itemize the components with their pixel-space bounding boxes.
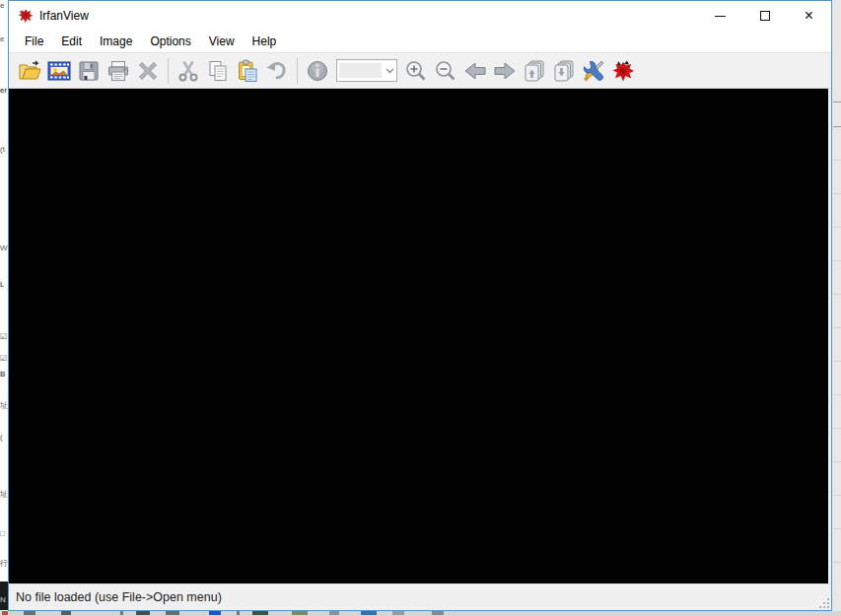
close-button[interactable]: × (787, 1, 831, 31)
window-title: IrfanView (39, 9, 89, 23)
maximize-button[interactable] (742, 1, 787, 31)
menu-options[interactable]: Options (141, 32, 199, 51)
properties-button[interactable] (579, 56, 608, 85)
zoom-in-button[interactable] (401, 56, 431, 85)
resize-grip[interactable] (817, 596, 829, 608)
taskbar-icon-fragment (61, 611, 71, 615)
next-file-button[interactable] (490, 56, 520, 85)
cut-button[interactable] (174, 56, 203, 85)
copy-button[interactable] (203, 56, 233, 85)
taskbar-icon-fragment (120, 611, 123, 615)
bg-text-fragment: ( (0, 434, 3, 442)
first-file-button[interactable] (520, 56, 549, 85)
bg-text-fragment: er (0, 87, 7, 95)
taskbar-icon-fragment (329, 611, 339, 615)
bg-text-fragment: ☑ (0, 333, 7, 341)
zoom-out-button[interactable] (431, 56, 460, 85)
arrow-left-icon (462, 59, 488, 83)
close-icon: × (805, 8, 813, 24)
toolbar-separator (297, 58, 298, 84)
menu-edit[interactable]: Edit (52, 32, 91, 51)
irfanview-window: IrfanView × File Edit Image Options View… (8, 0, 832, 611)
menu-view[interactable]: View (200, 32, 244, 51)
bg-text-fragment: 址 (0, 402, 8, 410)
taskbar-icon-fragment (2, 611, 8, 615)
bg-text-fragment: ☑ (0, 355, 7, 363)
arrow-right-icon (492, 59, 518, 83)
info-button[interactable] (303, 56, 332, 85)
open-button[interactable] (15, 56, 44, 85)
zoom-out-icon (434, 59, 457, 83)
bg-text-fragment: e (0, 2, 4, 10)
toolbar (9, 52, 831, 89)
bg-text-fragment: B (0, 371, 5, 378)
irfanview-logo-icon (18, 8, 34, 24)
print-icon (106, 59, 130, 83)
taskbar-icon-fragment (136, 611, 150, 615)
copy-icon (206, 59, 230, 83)
chevron-down-icon[interactable] (383, 60, 396, 81)
bg-text-fragment: 址 (0, 491, 8, 499)
background-window-right-sliver (833, 0, 841, 616)
toolbar-separator (168, 58, 169, 84)
save-icon (77, 59, 101, 83)
taskbar-icon-fragment (252, 611, 268, 615)
bg-text-fragment: (t (0, 146, 5, 154)
taskbar-icon-fragment (209, 611, 221, 615)
taskbar-icon-fragment (24, 611, 35, 615)
zoom-combobox[interactable] (336, 59, 397, 82)
pages-down-icon (552, 59, 576, 83)
maximize-icon (760, 11, 770, 21)
bg-text-fragment: e (0, 35, 4, 43)
minimize-button[interactable] (698, 1, 742, 31)
save-button[interactable] (74, 56, 104, 85)
undo-arrow-icon (265, 59, 289, 83)
info-icon (306, 59, 329, 83)
taskbar-icon-fragment (237, 611, 240, 615)
statusbar: No file loaded (use File->Open menu) (9, 583, 831, 610)
background-taskbar-sliver (0, 611, 841, 616)
menu-file[interactable]: File (16, 32, 52, 51)
delete-button[interactable] (133, 56, 163, 85)
background-window-left-sliver: e e er (t W L ☑ ☑ B 址 ( 址 □ 行 N (0, 0, 8, 616)
last-file-button[interactable] (549, 56, 579, 85)
bg-text-fragment: 行 (0, 560, 8, 568)
tools-wrench-icon (582, 59, 605, 83)
menu-help[interactable]: Help (244, 32, 286, 51)
status-message: No file loaded (use File->Open menu) (9, 590, 222, 604)
bg-text-fragment: W (0, 244, 8, 252)
image-canvas (9, 89, 831, 583)
taskbar-icon-fragment (292, 611, 308, 615)
pages-up-icon (523, 59, 546, 83)
print-button[interactable] (104, 56, 133, 85)
zoom-value (339, 63, 382, 78)
irfanview-red-icon (611, 59, 635, 83)
bg-text-fragment: L (0, 281, 4, 289)
paste-button[interactable] (233, 56, 262, 85)
taskbar-icon-fragment (361, 611, 377, 615)
undo-button[interactable] (262, 56, 292, 85)
slideshow-button[interactable] (44, 56, 74, 85)
about-irfanview-button[interactable] (608, 56, 638, 85)
zoom-in-icon (404, 59, 428, 83)
paste-clipboard-icon (236, 59, 259, 83)
menu-image[interactable]: Image (91, 32, 141, 51)
previous-file-button[interactable] (460, 56, 490, 85)
minimize-icon (715, 16, 726, 17)
open-folder-icon (18, 59, 41, 83)
bg-text-fragment: □ (0, 530, 5, 538)
menubar: File Edit Image Options View Help (9, 31, 831, 52)
desktop: e e er (t W L ☑ ☑ B 址 ( 址 □ 行 N (0, 0, 841, 616)
bg-text-fragment: N (0, 582, 8, 610)
taskbar-icon-fragment (166, 611, 179, 615)
taskbar-icon-fragment (432, 611, 444, 615)
delete-x-icon (136, 59, 160, 83)
taskbar-icon-fragment (392, 611, 404, 615)
titlebar[interactable]: IrfanView × (9, 1, 831, 31)
slideshow-icon (47, 59, 71, 83)
cut-scissors-icon (176, 59, 200, 83)
